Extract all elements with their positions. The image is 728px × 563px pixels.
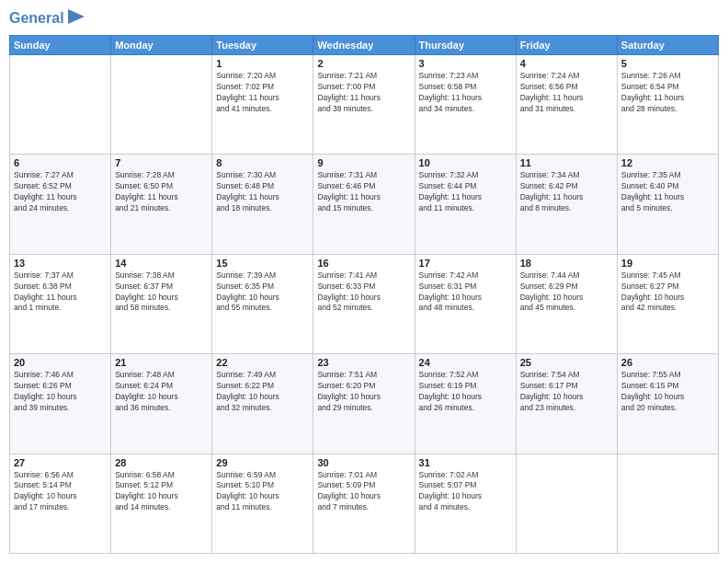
calendar-cell: 18Sunrise: 7:44 AM Sunset: 6:29 PM Dayli…	[516, 254, 617, 353]
calendar-cell: 22Sunrise: 7:49 AM Sunset: 6:22 PM Dayli…	[212, 354, 313, 454]
calendar-cell: 9Sunrise: 7:31 AM Sunset: 6:46 PM Daylig…	[313, 155, 415, 254]
calendar-cell: 3Sunrise: 7:23 AM Sunset: 6:58 PM Daylig…	[415, 55, 516, 155]
day-info: Sunrise: 6:58 AM Sunset: 5:12 PM Dayligh…	[115, 470, 208, 514]
day-info: Sunrise: 7:38 AM Sunset: 6:37 PM Dayligh…	[115, 270, 208, 315]
calendar-cell: 17Sunrise: 7:42 AM Sunset: 6:31 PM Dayli…	[415, 254, 516, 353]
day-number: 18	[520, 258, 613, 269]
day-info: Sunrise: 7:49 AM Sunset: 6:22 PM Dayligh…	[216, 370, 309, 414]
calendar-week-row: 20Sunrise: 7:46 AM Sunset: 6:26 PM Dayli…	[10, 354, 719, 454]
day-number: 28	[115, 457, 208, 468]
day-info: Sunrise: 7:30 AM Sunset: 6:48 PM Dayligh…	[216, 170, 309, 214]
day-number: 5	[621, 58, 714, 69]
day-info: Sunrise: 7:37 AM Sunset: 6:38 PM Dayligh…	[14, 270, 107, 315]
calendar-cell: 15Sunrise: 7:39 AM Sunset: 6:35 PM Dayli…	[212, 254, 313, 353]
day-number: 8	[216, 157, 309, 168]
day-info: Sunrise: 7:02 AM Sunset: 5:07 PM Dayligh…	[419, 470, 512, 514]
day-info: Sunrise: 7:39 AM Sunset: 6:35 PM Dayligh…	[216, 270, 309, 315]
day-info: Sunrise: 7:20 AM Sunset: 7:02 PM Dayligh…	[216, 71, 309, 115]
calendar-cell: 28Sunrise: 6:58 AM Sunset: 5:12 PM Dayli…	[111, 454, 212, 553]
day-number: 21	[115, 357, 208, 368]
day-number: 17	[419, 258, 512, 269]
calendar-cell: 8Sunrise: 7:30 AM Sunset: 6:48 PM Daylig…	[212, 155, 313, 254]
calendar-cell: 14Sunrise: 7:38 AM Sunset: 6:37 PM Dayli…	[111, 254, 212, 353]
day-info: Sunrise: 7:41 AM Sunset: 6:33 PM Dayligh…	[317, 270, 410, 315]
calendar-cell: 5Sunrise: 7:26 AM Sunset: 6:54 PM Daylig…	[617, 55, 718, 155]
header: General	[9, 9, 719, 28]
calendar-cell: 13Sunrise: 7:37 AM Sunset: 6:38 PM Dayli…	[10, 254, 111, 353]
day-info: Sunrise: 7:45 AM Sunset: 6:27 PM Dayligh…	[621, 270, 714, 315]
day-number: 9	[317, 157, 410, 168]
day-info: Sunrise: 7:34 AM Sunset: 6:42 PM Dayligh…	[520, 170, 613, 214]
day-number: 3	[419, 58, 512, 69]
day-info: Sunrise: 7:24 AM Sunset: 6:56 PM Dayligh…	[520, 71, 613, 115]
calendar-cell: 27Sunrise: 6:56 AM Sunset: 5:14 PM Dayli…	[10, 454, 111, 553]
calendar-cell: 24Sunrise: 7:52 AM Sunset: 6:19 PM Dayli…	[415, 354, 516, 454]
calendar-cell: 25Sunrise: 7:54 AM Sunset: 6:17 PM Dayli…	[516, 354, 617, 454]
page: General SundayMondayTuesdayWednesdayThur…	[0, 0, 728, 563]
day-number: 2	[317, 58, 410, 69]
calendar-cell: 30Sunrise: 7:01 AM Sunset: 5:09 PM Dayli…	[313, 454, 415, 553]
day-number: 14	[115, 258, 208, 269]
calendar-cell: 31Sunrise: 7:02 AM Sunset: 5:07 PM Dayli…	[415, 454, 516, 553]
day-info: Sunrise: 7:48 AM Sunset: 6:24 PM Dayligh…	[115, 370, 208, 414]
day-number: 13	[14, 258, 107, 269]
calendar-cell: 11Sunrise: 7:34 AM Sunset: 6:42 PM Dayli…	[516, 155, 617, 254]
calendar-cell: 6Sunrise: 7:27 AM Sunset: 6:52 PM Daylig…	[10, 155, 111, 254]
day-info: Sunrise: 7:28 AM Sunset: 6:50 PM Dayligh…	[115, 170, 208, 214]
logo: General	[9, 9, 85, 28]
day-info: Sunrise: 7:46 AM Sunset: 6:26 PM Dayligh…	[14, 370, 107, 414]
day-number: 30	[317, 457, 410, 468]
day-info: Sunrise: 7:54 AM Sunset: 6:17 PM Dayligh…	[520, 370, 613, 414]
logo-line1: General	[9, 10, 64, 27]
day-number: 10	[419, 157, 512, 168]
day-info: Sunrise: 7:42 AM Sunset: 6:31 PM Dayligh…	[419, 270, 512, 315]
calendar-cell: 23Sunrise: 7:51 AM Sunset: 6:20 PM Dayli…	[313, 354, 415, 454]
day-number: 11	[520, 157, 613, 168]
day-info: Sunrise: 7:55 AM Sunset: 6:15 PM Dayligh…	[621, 370, 714, 414]
day-info: Sunrise: 6:56 AM Sunset: 5:14 PM Dayligh…	[14, 470, 107, 514]
day-number: 22	[216, 357, 309, 368]
day-number: 29	[216, 457, 309, 468]
day-info: Sunrise: 7:26 AM Sunset: 6:54 PM Dayligh…	[621, 71, 714, 115]
day-number: 26	[621, 357, 714, 368]
day-info: Sunrise: 7:21 AM Sunset: 7:00 PM Dayligh…	[317, 71, 410, 115]
day-info: Sunrise: 7:23 AM Sunset: 6:58 PM Dayligh…	[419, 71, 512, 115]
calendar-week-row: 27Sunrise: 6:56 AM Sunset: 5:14 PM Dayli…	[10, 454, 719, 553]
calendar-cell: 2Sunrise: 7:21 AM Sunset: 7:00 PM Daylig…	[313, 55, 415, 155]
day-info: Sunrise: 7:27 AM Sunset: 6:52 PM Dayligh…	[14, 170, 107, 214]
day-number: 25	[520, 357, 613, 368]
calendar-day-header: Tuesday	[212, 36, 313, 55]
day-info: Sunrise: 7:32 AM Sunset: 6:44 PM Dayligh…	[419, 170, 512, 214]
day-info: Sunrise: 6:59 AM Sunset: 5:10 PM Dayligh…	[216, 470, 309, 514]
calendar-day-header: Sunday	[10, 36, 111, 55]
svg-marker-0	[68, 9, 85, 24]
calendar-day-header: Friday	[516, 36, 617, 55]
day-number: 24	[419, 357, 512, 368]
calendar-week-row: 13Sunrise: 7:37 AM Sunset: 6:38 PM Dayli…	[10, 254, 719, 353]
calendar-cell	[617, 454, 718, 553]
calendar-cell: 7Sunrise: 7:28 AM Sunset: 6:50 PM Daylig…	[111, 155, 212, 254]
calendar-table: SundayMondayTuesdayWednesdayThursdayFrid…	[9, 35, 719, 554]
calendar-day-header: Saturday	[617, 36, 718, 55]
day-info: Sunrise: 7:31 AM Sunset: 6:46 PM Dayligh…	[317, 170, 410, 214]
calendar-cell: 26Sunrise: 7:55 AM Sunset: 6:15 PM Dayli…	[617, 354, 718, 454]
day-number: 15	[216, 258, 309, 269]
day-number: 27	[14, 457, 107, 468]
day-number: 6	[14, 157, 107, 168]
day-number: 20	[14, 357, 107, 368]
day-number: 4	[520, 58, 613, 69]
calendar-week-row: 6Sunrise: 7:27 AM Sunset: 6:52 PM Daylig…	[10, 155, 719, 254]
calendar-day-header: Monday	[111, 36, 212, 55]
calendar-cell	[10, 55, 111, 155]
calendar-header-row: SundayMondayTuesdayWednesdayThursdayFrid…	[10, 36, 719, 55]
calendar-cell: 10Sunrise: 7:32 AM Sunset: 6:44 PM Dayli…	[415, 155, 516, 254]
calendar-cell: 4Sunrise: 7:24 AM Sunset: 6:56 PM Daylig…	[516, 55, 617, 155]
calendar-cell	[111, 55, 212, 155]
calendar-cell: 19Sunrise: 7:45 AM Sunset: 6:27 PM Dayli…	[617, 254, 718, 353]
calendar-day-header: Wednesday	[313, 36, 415, 55]
calendar-cell	[516, 454, 617, 553]
day-info: Sunrise: 7:52 AM Sunset: 6:19 PM Dayligh…	[419, 370, 512, 414]
calendar-cell: 29Sunrise: 6:59 AM Sunset: 5:10 PM Dayli…	[212, 454, 313, 553]
day-number: 16	[317, 258, 410, 269]
day-info: Sunrise: 7:01 AM Sunset: 5:09 PM Dayligh…	[317, 470, 410, 514]
